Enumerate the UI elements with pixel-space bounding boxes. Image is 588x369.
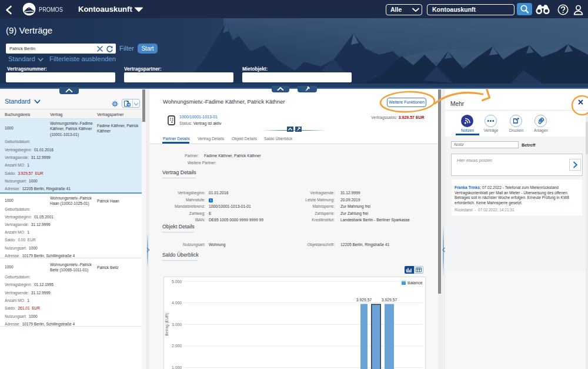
svg-text:1.000: 1.000 bbox=[172, 365, 182, 369]
svg-text:3.929,57: 3.929,57 bbox=[382, 298, 397, 302]
svg-text:Betrag (EUR): Betrag (EUR) bbox=[165, 313, 169, 335]
svg-text:5.000: 5.000 bbox=[172, 280, 182, 284]
svg-text:3.000: 3.000 bbox=[172, 323, 182, 327]
svg-text:4.000: 4.000 bbox=[172, 301, 182, 305]
svg-text:2.000: 2.000 bbox=[172, 344, 182, 348]
svg-text:3.929,57: 3.929,57 bbox=[356, 298, 372, 302]
